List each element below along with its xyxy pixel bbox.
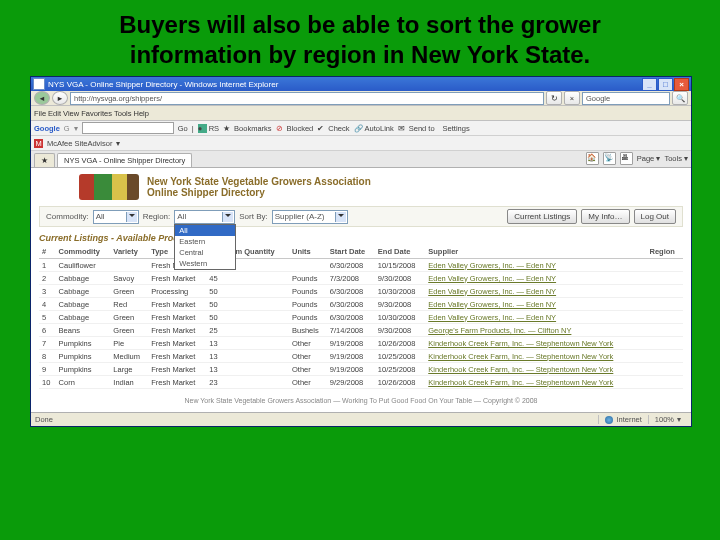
status-done: Done bbox=[35, 415, 53, 424]
section-title: Current Listings - Available Produce bbox=[39, 233, 683, 243]
table-row: 4CabbageRedFresh Market50Pounds6/30/2008… bbox=[39, 298, 683, 311]
address-bar[interactable]: http://nysvga.org/shippers/ bbox=[70, 92, 544, 105]
status-bar: Done Internet 100% ▾ bbox=[31, 412, 691, 426]
google-logo: Google bbox=[34, 124, 60, 133]
browser-window: NYS VGA - Online Shipper Directory - Win… bbox=[30, 76, 692, 427]
supplier-link[interactable]: Kinderhook Creek Farm, Inc. — Stephentow… bbox=[425, 363, 646, 376]
menu-help[interactable]: Help bbox=[134, 109, 149, 118]
refresh-button[interactable]: ↻ bbox=[546, 91, 562, 105]
status-zoom[interactable]: 100% ▾ bbox=[648, 415, 687, 424]
menu-favorites[interactable]: Favorites bbox=[81, 109, 112, 118]
mcafee-bar: M McAfee SiteAdvisor ▾ bbox=[31, 136, 691, 151]
search-button[interactable]: 🔍 bbox=[672, 91, 688, 105]
toolbar-blocked[interactable]: ⊘Blocked bbox=[276, 124, 314, 133]
commodity-select[interactable]: All bbox=[93, 210, 139, 224]
page-menu[interactable]: Page ▾ bbox=[637, 154, 661, 163]
forward-button[interactable]: ► bbox=[52, 91, 68, 105]
sortby-select[interactable]: Supplier (A-Z) bbox=[272, 210, 348, 224]
search-box[interactable]: Google bbox=[582, 92, 670, 105]
region-option-central[interactable]: Central bbox=[175, 247, 235, 258]
supplier-link[interactable]: Eden Valley Growers, Inc. — Eden NY bbox=[425, 298, 646, 311]
supplier-link[interactable]: George's Farm Products, Inc. — Clifton N… bbox=[425, 324, 646, 337]
close-button[interactable]: × bbox=[674, 78, 689, 91]
region-label: Region: bbox=[143, 212, 171, 221]
toolbar-bookmarks[interactable]: ★Bookmarks bbox=[223, 124, 272, 133]
maximize-button[interactable]: □ bbox=[658, 78, 673, 91]
nav-toolbar: ◄ ► http://nysvga.org/shippers/ ↻ × Goog… bbox=[31, 91, 691, 106]
table-row: 6BeansGreenFresh Market25Bushels7/14/200… bbox=[39, 324, 683, 337]
region-option-all[interactable]: All bbox=[175, 225, 235, 236]
mcafee-label: McAfee SiteAdvisor bbox=[47, 139, 112, 148]
supplier-link[interactable]: Eden Valley Growers, Inc. — Eden NY bbox=[425, 311, 646, 324]
toolbar-settings[interactable]: Settings bbox=[443, 124, 470, 133]
minimize-button[interactable]: _ bbox=[642, 78, 657, 91]
supplier-link[interactable]: Kinderhook Creek Farm, Inc. — Stephentow… bbox=[425, 350, 646, 363]
page-content: New York State Vegetable Growers Associa… bbox=[31, 168, 691, 412]
ie-icon bbox=[33, 78, 45, 90]
association-title: New York State Vegetable Growers Associa… bbox=[147, 176, 371, 198]
table-row: 7PumpkinsPieFresh Market13Other9/19/2008… bbox=[39, 337, 683, 350]
page-tab[interactable]: NYS VGA - Online Shipper Directory bbox=[57, 153, 192, 167]
supplier-link[interactable]: Eden Valley Growers, Inc. — Eden NY bbox=[425, 259, 646, 272]
table-row: 5CabbageGreenFresh Market50Pounds6/30/20… bbox=[39, 311, 683, 324]
print-button[interactable]: 🖶 bbox=[620, 152, 633, 165]
region-select[interactable]: All All Eastern Central Western bbox=[174, 210, 235, 224]
tools-menu[interactable]: Tools ▾ bbox=[664, 154, 688, 163]
sortby-label: Sort By: bbox=[239, 212, 267, 221]
region-option-eastern[interactable]: Eastern bbox=[175, 236, 235, 247]
filter-bar: Commodity: All Region: All All Eastern C… bbox=[39, 206, 683, 227]
google-search-input[interactable] bbox=[82, 122, 174, 134]
home-button[interactable]: 🏠 bbox=[586, 152, 599, 165]
current-listings-button[interactable]: Current Listings bbox=[507, 209, 577, 224]
menu-bar: File Edit View Favorites Tools Help bbox=[31, 106, 691, 121]
region-dropdown: All Eastern Central Western bbox=[174, 224, 236, 270]
nysvga-logo bbox=[79, 174, 139, 200]
page-footer: New York State Vegetable Growers Associa… bbox=[39, 389, 683, 406]
table-row: 10CornIndianFresh Market23Other9/29/2008… bbox=[39, 376, 683, 389]
globe-icon bbox=[605, 416, 613, 424]
table-row: 9PumpkinsLargeFresh Market13Other9/19/20… bbox=[39, 363, 683, 376]
menu-file[interactable]: File bbox=[34, 109, 46, 118]
status-zone: Internet bbox=[598, 415, 647, 424]
window-titlebar: NYS VGA - Online Shipper Directory - Win… bbox=[31, 77, 691, 91]
slide-title: Buyers will also be able to sort the gro… bbox=[0, 0, 720, 76]
supplier-link[interactable]: Eden Valley Growers, Inc. — Eden NY bbox=[425, 272, 646, 285]
logout-button[interactable]: Log Out bbox=[634, 209, 676, 224]
google-go-button[interactable]: Go bbox=[178, 124, 188, 133]
supplier-link[interactable]: Eden Valley Growers, Inc. — Eden NY bbox=[425, 285, 646, 298]
menu-edit[interactable]: Edit bbox=[48, 109, 61, 118]
table-row: 2CabbageSavoyFresh Market45Pounds7/3/200… bbox=[39, 272, 683, 285]
stop-button[interactable]: × bbox=[564, 91, 580, 105]
google-toolbar: Google G▾ Go | ●RS ★Bookmarks ⊘Blocked ✔… bbox=[31, 121, 691, 136]
menu-view[interactable]: View bbox=[63, 109, 79, 118]
table-row: 1CauliflowerFresh Market6/30/200810/15/2… bbox=[39, 259, 683, 272]
supplier-link[interactable]: Kinderhook Creek Farm, Inc. — Stephentow… bbox=[425, 376, 646, 389]
favorites-tab-button[interactable]: ★ bbox=[34, 153, 55, 167]
region-option-western[interactable]: Western bbox=[175, 258, 235, 269]
toolbar-sendto[interactable]: ✉Send to bbox=[398, 124, 435, 133]
table-header-row: #CommodityVarietyType Minimum QuantityUn… bbox=[39, 245, 683, 259]
tab-strip: ★ NYS VGA - Online Shipper Directory 🏠 📡… bbox=[31, 151, 691, 168]
toolbar-autolink[interactable]: 🔗AutoLink bbox=[354, 124, 394, 133]
window-title: NYS VGA - Online Shipper Directory - Win… bbox=[48, 80, 641, 89]
toolbar-check[interactable]: ✔Check bbox=[317, 124, 349, 133]
menu-tools[interactable]: Tools bbox=[114, 109, 132, 118]
listings-table: #CommodityVarietyType Minimum QuantityUn… bbox=[39, 245, 683, 389]
my-info-button[interactable]: My Info… bbox=[581, 209, 629, 224]
supplier-link[interactable]: Kinderhook Creek Farm, Inc. — Stephentow… bbox=[425, 337, 646, 350]
table-row: 3CabbageGreenProcessing50Pounds6/30/2008… bbox=[39, 285, 683, 298]
feeds-button[interactable]: 📡 bbox=[603, 152, 616, 165]
table-row: 8PumpkinsMediumFresh Market13Other9/19/2… bbox=[39, 350, 683, 363]
mcafee-icon: M bbox=[34, 139, 43, 148]
toolbar-rs[interactable]: ●RS bbox=[198, 124, 219, 133]
commodity-label: Commodity: bbox=[46, 212, 89, 221]
back-button[interactable]: ◄ bbox=[34, 91, 50, 105]
